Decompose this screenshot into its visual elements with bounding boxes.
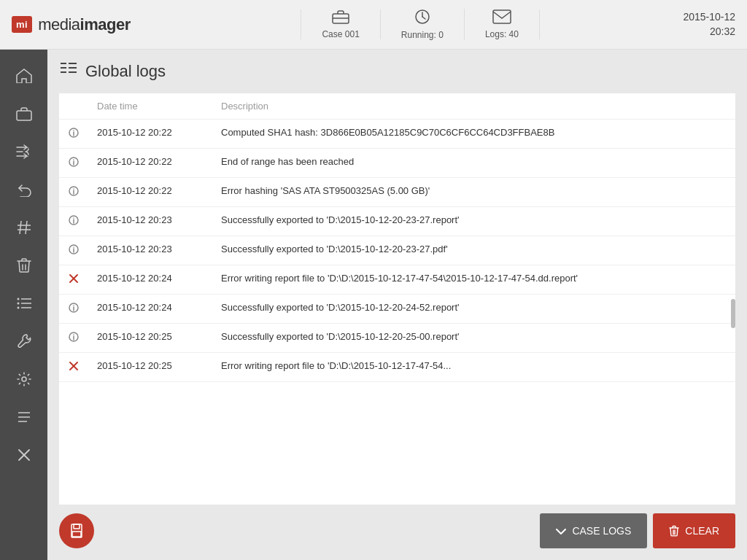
log-type-icon — [59, 120, 88, 149]
envelope-icon — [492, 9, 511, 28]
log-datetime: 2015-10-12 20:25 — [88, 353, 212, 382]
logo-box: mi — [12, 16, 32, 33]
log-datetime: 2015-10-12 20:22 — [88, 149, 212, 178]
log-type-icon — [59, 178, 88, 207]
log-table: Date time Description 2015-10-12 20:22Co… — [59, 93, 735, 382]
log-description: Computed SHA1 hash: 3D866E0B05A12185C9C7… — [212, 120, 735, 149]
header-datetime: 2015-10-12 20:32 — [668, 10, 735, 39]
case-logs-button[interactable]: CASE LOGS — [540, 513, 647, 548]
log-description: Successfully exported to 'D:\2015-10-12-… — [212, 295, 735, 324]
running-icon — [414, 9, 431, 28]
svg-point-13 — [17, 303, 19, 305]
table-row: 2015-10-12 20:22Error hashing 'SAS ATA S… — [59, 178, 735, 207]
log-description: Error writing report file to 'D:\D:\2015… — [212, 353, 735, 382]
svg-rect-47 — [72, 532, 81, 537]
svg-rect-4 — [17, 111, 31, 120]
nav-logs-label: Logs: 40 — [485, 29, 519, 39]
svg-point-15 — [22, 377, 26, 381]
footer: CASE LOGS CLEAR — [59, 505, 735, 548]
log-datetime: 2015-10-12 20:23 — [88, 236, 212, 265]
log-datetime: 2015-10-12 20:22 — [88, 120, 212, 149]
sidebar-item-close[interactable] — [0, 436, 47, 474]
log-type-icon — [59, 149, 88, 178]
datetime-time: 20:32 — [683, 25, 735, 39]
log-type-icon — [59, 236, 88, 265]
case-logs-label: CASE LOGS — [572, 525, 631, 537]
scrollbar-thumb[interactable] — [731, 299, 735, 328]
sidebar-item-shuffle[interactable] — [0, 133, 47, 171]
table-row: 2015-10-12 20:24Successfully exported to… — [59, 295, 735, 324]
logo: mi mediaimager — [12, 15, 172, 34]
footer-actions: CASE LOGS CLEAR — [540, 513, 735, 548]
log-description: Error hashing 'SAS ATA ST9500325AS (5.00… — [212, 178, 735, 207]
svg-line-6 — [26, 221, 27, 234]
log-datetime: 2015-10-12 20:24 — [88, 265, 212, 295]
svg-point-34 — [73, 217, 74, 219]
log-table-container: Date time Description 2015-10-12 20:22Co… — [59, 93, 735, 505]
table-row: 2015-10-12 20:24Error writing report fil… — [59, 265, 735, 295]
log-datetime: 2015-10-12 20:22 — [88, 178, 212, 207]
table-row: 2015-10-12 20:22Computed SHA1 hash: 3D86… — [59, 120, 735, 149]
sidebar-item-settings[interactable] — [0, 360, 47, 398]
log-datetime: 2015-10-12 20:25 — [88, 324, 212, 353]
log-type-icon — [59, 324, 88, 353]
col-description: Description — [212, 93, 735, 120]
log-description: Successfully exported to 'D:\2015-10-12-… — [212, 324, 735, 353]
svg-rect-45 — [71, 524, 82, 537]
app-header: mi mediaimager Case 001 Running: — [0, 0, 747, 50]
log-table-body: 2015-10-12 20:22Computed SHA1 hash: 3D86… — [59, 120, 735, 382]
svg-point-14 — [17, 307, 19, 309]
sidebar-item-wrench[interactable] — [0, 322, 47, 360]
log-type-icon — [59, 265, 88, 295]
sidebar-item-undo[interactable] — [0, 171, 47, 209]
log-scroll-area[interactable]: Date time Description 2015-10-12 20:22Co… — [59, 93, 735, 505]
svg-rect-3 — [493, 10, 511, 23]
svg-point-32 — [73, 188, 74, 190]
table-row: 2015-10-12 20:25Successfully exported to… — [59, 324, 735, 353]
save-button[interactable] — [59, 513, 94, 548]
briefcase-icon — [332, 9, 349, 28]
svg-point-12 — [17, 298, 19, 300]
log-description: Error writing report file to 'D:\D:\2015… — [212, 265, 735, 295]
main-layout: Global logs Date time Description 2015-1… — [0, 50, 747, 560]
sidebar-item-hash[interactable] — [0, 209, 47, 246]
sidebar-item-list[interactable] — [0, 284, 47, 322]
nav-logs[interactable]: Logs: 40 — [465, 9, 540, 39]
log-type-icon — [59, 295, 88, 324]
log-datetime: 2015-10-12 20:23 — [88, 207, 212, 236]
log-table-header: Date time Description — [59, 93, 735, 120]
svg-rect-46 — [74, 524, 80, 529]
nav-case-label: Case 001 — [322, 29, 359, 39]
log-type-icon — [59, 207, 88, 236]
sidebar-item-home[interactable] — [0, 57, 47, 95]
log-type-icon — [59, 353, 88, 382]
svg-point-30 — [73, 159, 74, 160]
log-datetime: 2015-10-12 20:24 — [88, 295, 212, 324]
log-description: Successfully exported to 'D:\2015-10-12-… — [212, 207, 735, 236]
table-row: 2015-10-12 20:23Successfully exported to… — [59, 207, 735, 236]
datetime-date: 2015-10-12 — [683, 10, 735, 25]
table-row: 2015-10-12 20:23Successfully exported to… — [59, 236, 735, 265]
nav-case[interactable]: Case 001 — [301, 9, 380, 39]
sidebar-item-briefcase[interactable] — [0, 95, 47, 133]
clear-button[interactable]: CLEAR — [653, 513, 735, 548]
sidebar — [0, 50, 47, 560]
svg-point-36 — [73, 246, 74, 248]
logo-text: mediaimager — [38, 15, 131, 34]
col-datetime: Date time — [88, 93, 212, 120]
clear-label: CLEAR — [685, 525, 719, 537]
header-nav: Case 001 Running: 0 Logs: 40 — [172, 9, 668, 40]
svg-point-40 — [73, 305, 74, 306]
nav-running-label: Running: 0 — [401, 30, 444, 40]
nav-running[interactable]: Running: 0 — [381, 9, 465, 40]
content-area: Global logs Date time Description 2015-1… — [47, 50, 747, 560]
svg-point-42 — [73, 334, 74, 335]
sidebar-item-trash[interactable] — [0, 246, 47, 284]
log-description: End of range has been reached — [212, 149, 735, 178]
svg-line-5 — [20, 221, 21, 234]
table-row: 2015-10-12 20:22End of range has been re… — [59, 149, 735, 178]
log-description: Successfully exported to 'D:\2015-10-12-… — [212, 236, 735, 265]
svg-point-28 — [73, 130, 74, 131]
col-icon — [59, 93, 88, 120]
sidebar-item-lines[interactable] — [0, 398, 47, 436]
